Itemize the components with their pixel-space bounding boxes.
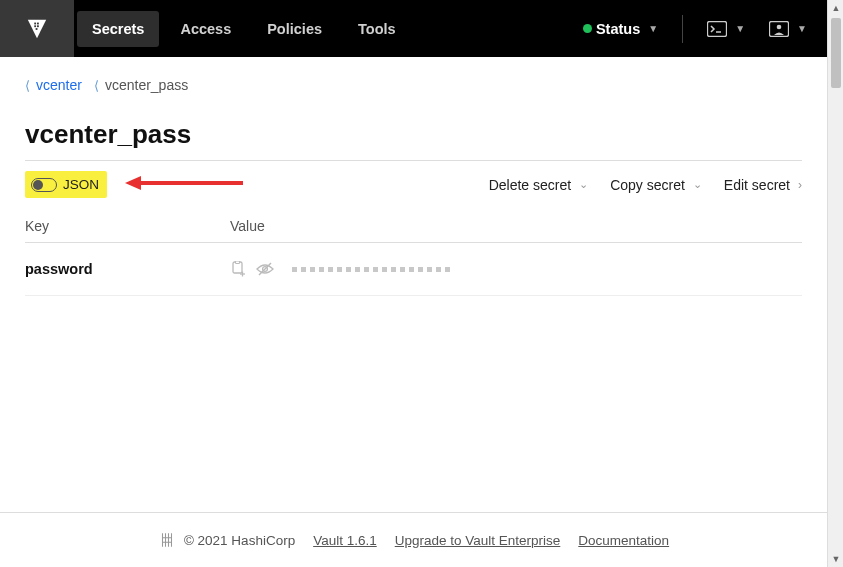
status-label: Status [596,21,640,37]
copy-secret-button[interactable]: Copy secret ⌄ [610,177,702,193]
svg-rect-5 [708,21,727,36]
edit-label: Edit secret [724,177,790,193]
vault-logo[interactable] [0,0,74,57]
copyright-text: © 2021 HashiCorp [184,533,295,548]
footer-version-link[interactable]: Vault 1.6.1 [313,533,377,548]
svg-rect-2 [34,25,36,27]
copy-label: Copy secret [610,177,685,193]
json-toggle-label: JSON [63,177,99,192]
delete-secret-button[interactable]: Delete secret ⌄ [489,177,588,193]
toggle-icon [31,178,57,192]
svg-rect-3 [37,25,39,27]
footer-copyright: © 2021 HashiCorp [158,531,295,549]
chevron-left-icon: ⟨ [94,78,99,93]
nav-secrets[interactable]: Secrets [77,11,159,47]
user-icon [769,21,789,37]
svg-point-8 [777,24,782,29]
breadcrumb-current: vcenter_pass [105,77,188,93]
edit-secret-button[interactable]: Edit secret › [724,177,802,193]
svg-rect-1 [37,22,39,24]
footer-docs-link[interactable]: Documentation [578,533,669,548]
col-key: Key [25,218,230,234]
top-header: Secrets Access Policies Tools Status ▼ ▼ [0,0,827,57]
nav-tools[interactable]: Tools [343,11,411,47]
breadcrumb-parent[interactable]: vcenter [36,77,82,93]
nav-access[interactable]: Access [165,11,246,47]
nav-policies[interactable]: Policies [252,11,337,47]
chevron-right-icon: › [798,178,802,192]
chevron-left-icon: ⟨ [25,78,30,93]
svg-rect-0 [34,22,36,24]
eye-off-icon[interactable] [256,262,274,276]
status-menu[interactable]: Status ▼ [579,17,662,41]
row-key: password [25,261,230,277]
header-right: Status ▼ ▼ ▼ [579,15,827,43]
svg-rect-12 [236,261,240,264]
scroll-down-icon[interactable]: ▼ [828,551,843,567]
footer-upgrade-link[interactable]: Upgrade to Vault Enterprise [395,533,561,548]
chevron-down-icon: ▼ [648,23,658,34]
footer: © 2021 HashiCorp Vault 1.6.1 Upgrade to … [0,512,827,567]
user-menu[interactable]: ▼ [765,17,811,41]
col-value: Value [230,218,265,234]
main-content: ⟨ vcenter ⟨ vcenter_pass vcenter_pass JS… [0,57,827,296]
chevron-down-icon: ⌄ [579,178,588,191]
svg-marker-10 [125,176,141,190]
terminal-icon [707,21,727,37]
masked-value [292,267,450,272]
vault-logo-icon [26,18,48,40]
page-title: vcenter_pass [25,119,802,150]
copy-icon[interactable] [230,261,246,277]
breadcrumb: ⟨ vcenter ⟨ vcenter_pass [25,57,802,113]
console-menu[interactable]: ▼ [703,17,749,41]
secret-toolbar: JSON Delete secret ⌄ Copy secret ⌄ Edit … [25,160,802,208]
chevron-down-icon: ▼ [797,23,807,34]
scrollbar[interactable]: ▲ ▼ [827,0,843,567]
chevron-down-icon: ⌄ [693,178,702,191]
annotation-arrow-icon [125,173,245,193]
scrollbar-thumb[interactable] [831,18,841,88]
divider [682,15,683,43]
hashicorp-icon [158,531,176,549]
row-value-cell [230,261,450,277]
status-dot-icon [583,24,592,33]
scroll-up-icon[interactable]: ▲ [828,0,843,16]
main-nav: Secrets Access Policies Tools [74,0,414,57]
chevron-down-icon: ▼ [735,23,745,34]
svg-rect-4 [36,28,38,30]
delete-label: Delete secret [489,177,571,193]
table-row: password [25,243,802,296]
actions: Delete secret ⌄ Copy secret ⌄ Edit secre… [489,177,802,193]
json-toggle[interactable]: JSON [25,171,107,198]
kv-table-header: Key Value [25,208,802,243]
